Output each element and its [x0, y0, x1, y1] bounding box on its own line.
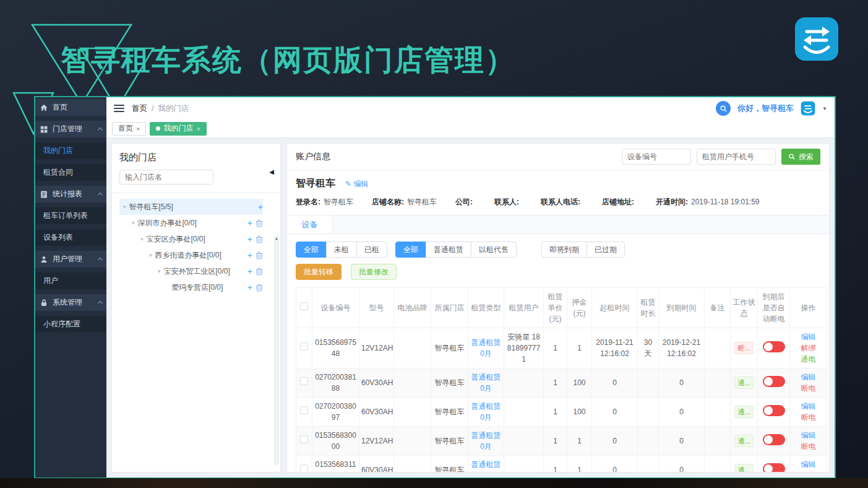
- table-row: 027020038188 60V30AH 智寻租车 普通租赁0月 1 100 0: [296, 368, 827, 398]
- filter-all-button[interactable]: 全部: [296, 242, 327, 258]
- rent-type-link[interactable]: 普通租赁: [470, 401, 502, 412]
- filter-normal-rent-button[interactable]: 普通租赁: [426, 242, 471, 258]
- add-node-icon[interactable]: +: [247, 283, 252, 292]
- caret-down-icon[interactable]: ▾: [132, 220, 135, 226]
- filter-rented-button[interactable]: 已租: [356, 242, 387, 258]
- scroll-up-icon[interactable]: ▲: [275, 237, 278, 240]
- rent-type-link[interactable]: 普通租赁: [470, 337, 502, 348]
- sidebar-item-miniprogram-config[interactable]: 小程序配置: [35, 316, 106, 333]
- sidebar-item-home[interactable]: 首页: [35, 99, 106, 116]
- trash-icon[interactable]: [256, 235, 263, 243]
- edit-link[interactable]: 编辑: [801, 333, 816, 341]
- add-node-icon[interactable]: +: [247, 219, 252, 227]
- tree-node-label: 宝安区办事处[0/0]: [147, 234, 205, 245]
- hamburger-icon[interactable]: [114, 105, 124, 112]
- trash-icon[interactable]: [256, 251, 263, 259]
- caret-down-icon[interactable]: ▾: [123, 204, 126, 210]
- tree-node[interactable]: 爱玛专营店[0/0] +: [119, 279, 263, 295]
- close-icon[interactable]: ×: [136, 125, 140, 133]
- filter-all-type-button[interactable]: 全部: [395, 242, 426, 258]
- sidebar-item-users[interactable]: 用户: [35, 272, 106, 289]
- auto-power-off-toggle[interactable]: [763, 341, 785, 352]
- info-pair: 开通时间:2019-11-18 19:01:59: [656, 197, 760, 207]
- tree-scrollbar[interactable]: ▲: [274, 235, 279, 466]
- auto-power-off-toggle[interactable]: [763, 376, 785, 387]
- filter-expired-button[interactable]: 已过期: [587, 242, 625, 258]
- row-checkbox[interactable]: [300, 435, 308, 443]
- power-off-link[interactable]: 断电: [801, 413, 816, 422]
- sidebar-item-device-list[interactable]: 设备列表: [35, 229, 106, 246]
- sidebar-item-rental-orders[interactable]: 租车订单列表: [35, 207, 106, 224]
- row-checkbox[interactable]: [300, 406, 308, 414]
- filter-unrented-button[interactable]: 未租: [326, 242, 357, 258]
- auto-power-off-toggle[interactable]: [763, 405, 785, 416]
- caret-down-icon[interactable]: ▾: [149, 252, 152, 258]
- add-node-icon[interactable]: +: [247, 267, 252, 276]
- add-node-icon[interactable]: +: [247, 235, 252, 243]
- edit-link[interactable]: 编辑: [801, 431, 816, 440]
- tab-device[interactable]: 设备: [287, 216, 333, 233]
- search-icon[interactable]: [716, 101, 731, 116]
- tree-node[interactable]: ▾ 西乡街道办事处[0/0] +: [119, 247, 263, 263]
- row-checkbox[interactable]: [300, 342, 308, 351]
- edit-store-link[interactable]: ✎ 编辑: [345, 179, 368, 190]
- sidebar-item-report[interactable]: 统计报表: [35, 186, 106, 203]
- sidebar-item-system-mgmt[interactable]: 系统管理: [35, 294, 106, 311]
- filter-expiring-button[interactable]: 即将到期: [541, 242, 587, 258]
- status-badge: 通...: [734, 406, 753, 419]
- select-all-checkbox[interactable]: [300, 302, 308, 310]
- sidebar-item-my-stores[interactable]: 我的门店: [35, 142, 106, 159]
- sidebar-item-store-mgmt[interactable]: 门店管理: [35, 121, 106, 137]
- trash-icon[interactable]: [256, 268, 263, 276]
- filter-rent-to-own-button[interactable]: 以租代售: [471, 242, 517, 258]
- tab-my-stores[interactable]: 我的门店 ×: [150, 122, 206, 136]
- batch-actions: 批量转移 批量修改: [296, 264, 820, 280]
- auto-power-off-toggle[interactable]: [763, 434, 785, 445]
- caret-down-icon[interactable]: ▾: [158, 268, 161, 274]
- sidebar-item-user-mgmt[interactable]: 用户管理: [35, 251, 106, 268]
- edit-link[interactable]: 编辑: [801, 460, 816, 469]
- close-icon[interactable]: ×: [196, 125, 200, 133]
- trash-icon[interactable]: [256, 219, 263, 227]
- rent-type-link[interactable]: 普通租赁: [470, 430, 502, 441]
- auto-power-off-toggle[interactable]: [763, 463, 785, 473]
- tree-node[interactable]: ▾ 宝安外贸工业区[0/0] +: [119, 263, 263, 279]
- navbar: 首页 / 我的门店 你好，智寻租车 ▼: [106, 97, 835, 120]
- dropdown-caret-icon[interactable]: ▼: [822, 106, 827, 111]
- tree-node[interactable]: ▾ 深圳市办事处[0/0] +: [119, 215, 263, 231]
- add-node-icon[interactable]: +: [247, 251, 252, 259]
- batch-transfer-button[interactable]: 批量转移: [296, 264, 342, 280]
- tree-node[interactable]: ▾ 宝安区办事处[0/0] +: [119, 231, 263, 247]
- batch-modify-button[interactable]: 批量修改: [351, 264, 397, 280]
- rent-type-link[interactable]: 普通租赁: [470, 372, 502, 383]
- breadcrumb-home[interactable]: 首页: [132, 103, 147, 114]
- device-search-controls: 搜索: [622, 149, 820, 165]
- trash-icon[interactable]: [256, 284, 263, 292]
- tree-node-label: 爱玛专营店[0/0]: [171, 282, 223, 293]
- avatar[interactable]: [801, 101, 815, 116]
- expiry-filter: 即将到期 已过期: [541, 242, 625, 258]
- row-checkbox[interactable]: [300, 464, 308, 473]
- power-on-link[interactable]: 通电: [801, 355, 816, 364]
- power-off-link[interactable]: 断电: [801, 384, 816, 393]
- tab-home[interactable]: 首页 ×: [112, 122, 146, 136]
- tree-node-root[interactable]: ▾ 智寻租车[5/5] +: [119, 199, 263, 215]
- rent-type-link[interactable]: 普通租赁: [470, 459, 502, 470]
- store-search-input[interactable]: [119, 170, 213, 185]
- sidebar-item-lease-contract[interactable]: 租赁合同: [35, 164, 106, 181]
- search-button-label: 搜索: [799, 152, 814, 162]
- account-section-title: 账户信息: [296, 151, 330, 162]
- power-off-link[interactable]: 断电: [801, 471, 816, 473]
- power-off-link[interactable]: 断电: [801, 442, 816, 451]
- edit-link[interactable]: 编辑: [801, 373, 816, 381]
- device-number-input[interactable]: [622, 149, 691, 165]
- rental-user-phone-input[interactable]: [697, 149, 776, 165]
- add-node-icon[interactable]: +: [258, 203, 263, 211]
- search-button[interactable]: 搜索: [781, 149, 820, 165]
- edit-link[interactable]: 编辑: [801, 402, 816, 411]
- user-icon: [40, 255, 48, 264]
- row-checkbox[interactable]: [300, 377, 308, 385]
- collapse-panel-icon[interactable]: ◀: [269, 168, 274, 175]
- caret-down-icon[interactable]: ▾: [140, 236, 144, 242]
- unbind-link[interactable]: 解绑: [801, 344, 816, 352]
